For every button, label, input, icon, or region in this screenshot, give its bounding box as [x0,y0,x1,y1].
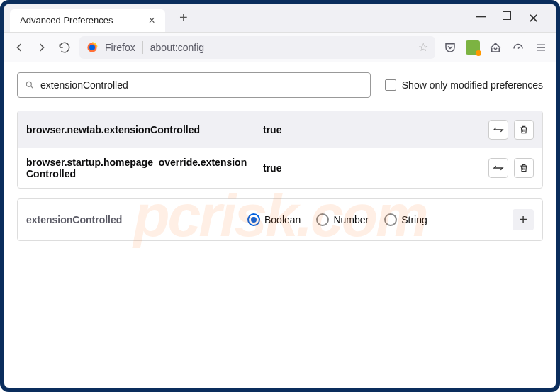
maximize-button[interactable] [503,11,511,26]
bookmark-icon[interactable]: ☆ [418,40,428,54]
pref-value: true [263,124,478,135]
radio-label: Number [333,214,369,225]
url-bar[interactable]: Firefox about:config ☆ [79,36,435,59]
type-radio-group: Boolean Number String [247,213,427,226]
pref-name: browser.newtab.extensionControlled [26,124,253,135]
dashboard-icon[interactable] [510,40,526,55]
url-text: about:config [150,42,204,53]
search-input[interactable] [40,79,363,91]
forward-button[interactable] [34,40,50,55]
pref-name: browser.startup.homepage_override.extens… [26,157,253,179]
divider [142,41,143,54]
search-row: Show only modified preferences [17,72,543,98]
close-icon[interactable]: × [149,15,155,26]
radio-string[interactable]: String [384,213,427,226]
new-preference-row: extensionControlled Boolean Number Strin… [17,198,543,241]
pref-value: true [263,162,478,174]
toolbar: Firefox about:config ☆ [4,33,556,62]
radio-icon [247,213,260,226]
checkbox-label: Show only modified preferences [402,79,543,91]
back-button[interactable] [11,40,27,55]
reload-button[interactable] [57,40,72,55]
table-row: browser.newtab.extensionControlled true [18,111,542,148]
delete-button[interactable] [514,158,534,178]
brand-label: Firefox [105,42,135,53]
titlebar: Advanced Preferences × + — ✕ [4,4,556,33]
modified-only-checkbox[interactable]: Show only modified preferences [385,79,543,91]
radio-icon [384,213,397,226]
tab-title: Advanced Preferences [20,15,113,26]
new-tab-button[interactable]: + [174,7,194,29]
window-controls: — ✕ [476,11,550,26]
close-button[interactable]: ✕ [528,11,539,26]
inbox-icon[interactable] [488,40,503,55]
checkbox-icon [385,79,396,91]
add-button[interactable]: + [513,209,534,230]
svg-point-1 [89,45,95,50]
svg-point-2 [26,82,31,86]
content-area: Show only modified preferences browser.n… [4,62,556,251]
radio-label: Boolean [264,214,301,225]
toggle-button[interactable] [488,120,508,140]
preferences-table: browser.newtab.extensionControlled true … [17,111,543,189]
delete-button[interactable] [514,120,534,140]
firefox-icon [86,42,98,53]
search-icon [25,80,35,90]
radio-label: String [401,214,427,225]
minimize-button[interactable]: — [476,11,486,26]
extension-icon[interactable] [465,40,481,55]
radio-icon [316,213,329,226]
table-row: browser.startup.homepage_override.extens… [18,148,542,188]
radio-number[interactable]: Number [316,213,369,226]
pocket-icon[interactable] [442,40,458,55]
menu-button[interactable] [533,40,549,55]
toggle-button[interactable] [488,158,508,178]
radio-boolean[interactable]: Boolean [247,213,301,226]
search-box[interactable] [17,72,371,98]
browser-tab[interactable]: Advanced Preferences × [10,9,165,32]
new-pref-name: extensionControlled [26,214,232,225]
